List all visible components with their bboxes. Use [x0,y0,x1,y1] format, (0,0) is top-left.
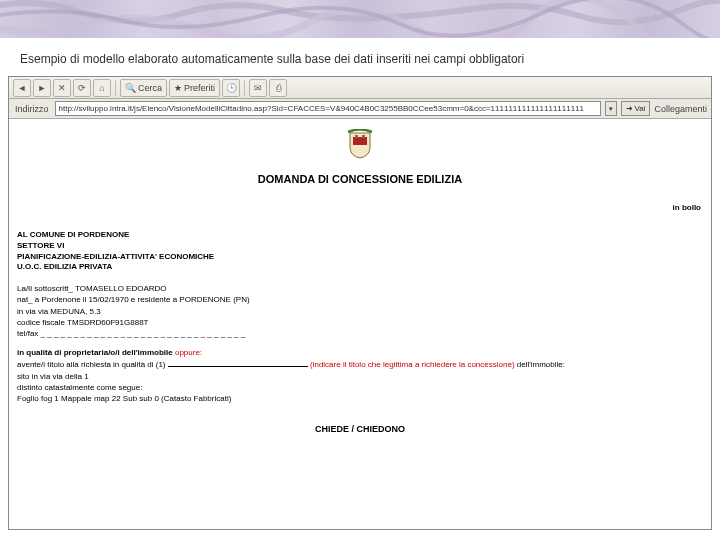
body-line: Foglio fog 1 Mappale map 22 Sub sub 0 (C… [17,393,703,404]
body-line: nat_ a Pordenone il 15/02/1970 e residen… [17,294,703,305]
addr-line: U.O.C. EDILIZIA PRIVATA [17,262,703,273]
body-line: La/Il sottoscritt_ TOMASELLO EDOARDO [17,283,703,294]
forward-button[interactable]: ► [33,79,51,97]
applicant-block: La/Il sottoscritt_ TOMASELLO EDOARDO nat… [9,283,711,347]
bollo-note: in bollo [9,199,711,230]
body-line: distinto catastalmente come segue: [17,382,703,393]
document-title: DOMANDA DI CONCESSIONE EDILIZIA [9,167,711,199]
star-icon: ★ [174,83,182,93]
svg-rect-1 [355,135,358,138]
instruction-text: oppure: [175,348,202,357]
body-line: avente/i titolo alla richiesta in qualit… [17,358,703,370]
crest-container [9,119,711,167]
addr-line: AL COMUNE DI PORDENONE [17,230,703,241]
back-button[interactable]: ◄ [13,79,31,97]
print-button[interactable]: ⎙ [269,79,287,97]
toolbar-separator [244,80,245,96]
page-caption: Esempio di modello elaborato automaticam… [0,38,720,76]
document-viewport: DOMANDA DI CONCESSIONE EDILIZIA in bollo… [9,119,711,529]
mail-button[interactable]: ✉ [249,79,267,97]
body-text: in qualità di proprietaria/o/i dell'immo… [17,348,173,357]
history-button[interactable]: 🕒 [222,79,240,97]
browser-toolbar: ◄ ► ✕ ⟳ ⌂ 🔍 Cerca ★ Preferiti 🕒 ✉ ⎙ [9,77,711,99]
home-button[interactable]: ⌂ [93,79,111,97]
addr-line: SETTORE VI [17,241,703,252]
refresh-button[interactable]: ⟳ [73,79,91,97]
body-text: avente/i titolo alla richiesta in qualit… [17,360,166,369]
recipient-address-block: AL COMUNE DI PORDENONE SETTORE VI PIANIF… [9,230,711,283]
links-label: Collegamenti [654,104,707,114]
fill-blank [168,358,308,367]
go-label: Vai [635,104,646,113]
address-label: Indirizzo [13,104,51,114]
favorites-label: Preferiti [184,83,215,93]
property-block: in qualità di proprietaria/o/i dell'immo… [9,347,711,412]
addr-line: PIANIFICAZIONE-EDILIZIA-ATTIVITA' ECONOM… [17,252,703,263]
address-bar-row: Indirizzo http://sviluppo.intra.it/js/El… [9,99,711,119]
body-line: tel/fax _ _ _ _ _ _ _ _ _ _ _ _ _ _ _ _ … [17,328,703,339]
body-text: dell'immobile: [517,360,565,369]
address-input[interactable]: http://sviluppo.intra.it/js/Elenco/Visio… [55,101,601,116]
search-label: Cerca [138,83,162,93]
city-crest-icon [347,129,373,159]
search-icon: 🔍 [125,83,136,93]
decorative-wave-banner [0,0,720,38]
stop-button[interactable]: ✕ [53,79,71,97]
favorites-button[interactable]: ★ Preferiti [169,79,220,97]
search-button[interactable]: 🔍 Cerca [120,79,167,97]
svg-rect-2 [362,135,365,138]
body-line: in via via MEDUNA, 5.3 [17,306,703,317]
instruction-text: (indicare il titolo che legittima a rich… [310,360,515,369]
toolbar-separator [115,80,116,96]
address-dropdown[interactable]: ▾ [605,101,617,116]
go-button[interactable]: ➜ Vai [621,101,651,116]
body-line: sito in via via della 1 [17,371,703,382]
body-line: in qualità di proprietaria/o/i dell'immo… [17,347,703,358]
section-heading-chiede: CHIEDE / CHIEDONO [9,412,711,438]
go-icon: ➜ [626,104,633,113]
body-line: codice fiscale TMSDRD60F91G888T [17,317,703,328]
browser-window: ◄ ► ✕ ⟳ ⌂ 🔍 Cerca ★ Preferiti 🕒 ✉ ⎙ Indi… [8,76,712,530]
svg-rect-0 [353,137,367,145]
